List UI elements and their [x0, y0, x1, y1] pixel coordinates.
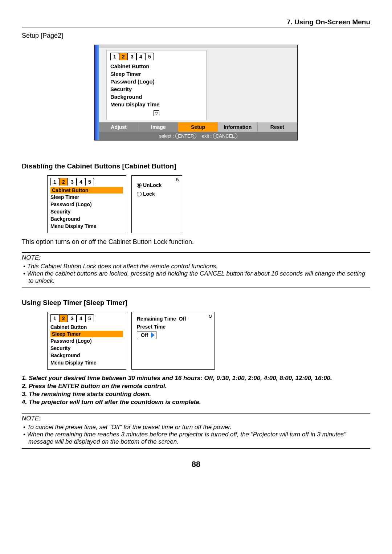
menu-item-background[interactable]: Background — [110, 93, 203, 101]
sleep-options-panel: ↻ Remaining Time Off Preset Time Off — [131, 312, 215, 370]
refresh-icon: ↻ — [208, 314, 212, 319]
cab-page-2[interactable]: 2 — [59, 178, 68, 186]
tab-information[interactable]: Information — [218, 122, 258, 132]
lock-label: Lock — [143, 191, 155, 197]
radio-dot-on-icon — [137, 183, 142, 188]
tab-image[interactable]: Image — [139, 122, 178, 132]
sleep-heading: Using Sleep Timer [Sleep Timer] — [22, 299, 370, 307]
cab-item-menu-display-time[interactable]: Menu Display Time — [50, 223, 123, 230]
slp-page-5[interactable]: 5 — [85, 314, 94, 322]
menu-item-password-logo[interactable]: Password (Logo) — [110, 78, 203, 85]
slp-page-4[interactable]: 4 — [77, 314, 85, 322]
tab-setup[interactable]: Setup — [178, 122, 218, 132]
menu-item-menu-display-time[interactable]: Menu Display Time — [110, 101, 203, 108]
select-exit-bar: select : ENTER exit : CANCEL — [99, 132, 297, 140]
section-header: 7. Using On-Screen Menu — [22, 18, 370, 28]
cab-item-cabinet-button[interactable]: Cabinet Button — [50, 187, 123, 194]
preset-time-label: Preset Time — [137, 324, 209, 330]
radio-dot-off-icon — [137, 192, 142, 196]
bottom-tab-bar: Adjust Image Setup Information Reset — [99, 122, 297, 132]
slp-item-menu-display-time[interactable]: Menu Display Time — [50, 359, 123, 366]
select-label: select : — [159, 133, 174, 139]
arrow-right-icon — [151, 332, 155, 338]
cabinet-options-panel: ↻ UnLock Lock — [131, 175, 182, 233]
sleep-note-2: When the remaining time reaches 3 minute… — [22, 431, 370, 445]
slp-page-1[interactable]: 1 — [50, 314, 59, 322]
exit-label: exit : — [202, 133, 212, 139]
slp-page-3[interactable]: 3 — [68, 314, 77, 322]
sleep-note-block: NOTE: To cancel the preset time, set "Of… — [22, 413, 370, 449]
cabinet-heading: Disabling the Cabinet Buttons [Cabinet B… — [22, 162, 370, 170]
page-tab-2[interactable]: 2 — [119, 53, 128, 60]
tab-adjust[interactable]: Adjust — [99, 122, 139, 132]
page-tab-1[interactable]: 1 — [110, 53, 119, 60]
radio-lock[interactable]: Lock — [137, 191, 177, 197]
radio-unlock[interactable]: UnLock — [137, 182, 177, 188]
page-tab-5[interactable]: 5 — [145, 53, 154, 60]
slp-item-cabinet-button[interactable]: Cabinet Button — [50, 323, 123, 331]
slp-item-sleep-timer[interactable]: Sleep Timer — [50, 331, 123, 337]
cab-item-background[interactable]: Background — [50, 215, 123, 223]
cabinet-menu-panel: 1 2 3 4 5 Cabinet Button Sleep Timer Pas… — [47, 175, 126, 233]
cabinet-note-1: This Cabinet Button Lock does not affect… — [22, 263, 370, 270]
page-number: 88 — [22, 460, 370, 469]
slp-item-security[interactable]: Security — [50, 345, 123, 352]
sleep-steps: 1. Select your desired time between 30 m… — [22, 375, 370, 406]
cab-page-3[interactable]: 3 — [68, 178, 77, 186]
scroll-down-icon[interactable]: ▽ — [110, 110, 203, 116]
remaining-time-label: Remaining Time — [137, 316, 176, 322]
slp-item-password-logo[interactable]: Password (Logo) — [50, 337, 123, 345]
note-label: NOTE: — [22, 415, 370, 422]
page-tab-3[interactable]: 3 — [128, 53, 136, 60]
slp-item-background[interactable]: Background — [50, 352, 123, 359]
cancel-key-icon: CANCEL — [213, 133, 237, 139]
menu-panel: 1 2 3 4 5 Cabinet Button Sleep Timer Pas… — [106, 50, 207, 120]
cab-page-1[interactable]: 1 — [50, 178, 59, 186]
page-tab-4[interactable]: 4 — [136, 53, 145, 60]
preset-time-value: Off — [141, 332, 148, 338]
sleep-step-1: 1. Select your desired time between 30 m… — [22, 375, 370, 382]
sleep-step-2: 2. Press the ENTER button on the remote … — [22, 383, 370, 390]
sleep-menu-panel: 1 2 3 4 5 Cabinet Button Sleep Timer Pas… — [47, 312, 126, 370]
cab-item-security[interactable]: Security — [50, 208, 123, 215]
blue-side-strip — [95, 45, 99, 140]
main-menu-screenshot: 1 2 3 4 5 Cabinet Button Sleep Timer Pas… — [94, 45, 298, 140]
setup-page-label: Setup [Page2] — [22, 32, 370, 40]
cabinet-description: This option turns on or off the Cabinet … — [22, 238, 370, 246]
menu-item-sleep-timer[interactable]: Sleep Timer — [110, 70, 203, 78]
cabinet-note-block: NOTE: This Cabinet Button Lock does not … — [22, 252, 370, 288]
cab-page-5[interactable]: 5 — [85, 178, 94, 186]
sleep-note-1: To cancel the preset time, set "Off" for… — [22, 424, 370, 431]
enter-key-icon: ENTER — [175, 133, 196, 139]
note-label: NOTE: — [22, 254, 370, 261]
preset-time-selector[interactable]: Off — [137, 331, 156, 339]
refresh-icon: ↻ — [176, 177, 180, 183]
sleep-step-4: 4. The projector will turn off after the… — [22, 399, 370, 406]
menu-item-security[interactable]: Security — [110, 85, 203, 93]
cab-item-password-logo[interactable]: Password (Logo) — [50, 201, 123, 208]
remaining-time-value: Off — [179, 316, 186, 322]
menu-item-cabinet-button[interactable]: Cabinet Button — [110, 62, 203, 70]
cabinet-note-2: When the cabinet buttons are locked, pre… — [22, 270, 370, 285]
page-tabs: 1 2 3 4 5 — [110, 53, 203, 60]
slp-page-2[interactable]: 2 — [59, 314, 68, 322]
tab-reset[interactable]: Reset — [258, 122, 297, 132]
unlock-label: UnLock — [143, 182, 162, 188]
cab-page-4[interactable]: 4 — [77, 178, 85, 186]
cab-item-sleep-timer[interactable]: Sleep Timer — [50, 194, 123, 201]
sleep-step-3: 3. The remaining time starts counting do… — [22, 391, 370, 398]
